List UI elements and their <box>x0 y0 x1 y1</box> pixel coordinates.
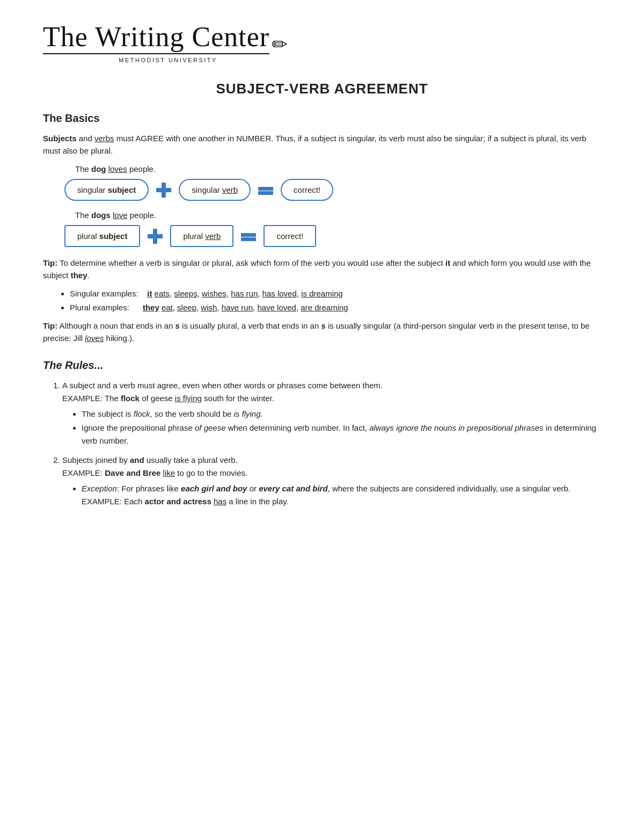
rule2-item: Subjects joined by and usually take a pl… <box>62 454 601 508</box>
diagram1-box3: correct! <box>281 179 333 201</box>
logo-subtitle: METHODIST UNIVERSITY <box>48 57 288 63</box>
example2-sentence: The dogs love people. <box>75 211 601 220</box>
logo-area: The Writing Center✏ METHODIST UNIVERSITY <box>43 21 601 64</box>
diagram1-box2: singular verb <box>179 179 251 201</box>
rule1-bullet1: The subject is flock, so the verb should… <box>82 408 601 420</box>
example1-sentence: The dog loves people. <box>75 164 601 173</box>
rules-heading: The Rules... <box>43 359 601 372</box>
diagram2-equals-icon <box>239 227 258 246</box>
diagram1-equals-icon <box>256 180 275 200</box>
diagram1-row: singular subject singular verb correct! <box>64 179 601 201</box>
rule1-item: A subject and a verb must agree, even wh… <box>62 379 601 447</box>
logo-text: The Writing Center <box>43 21 269 54</box>
rule1-bullets: The subject is flock, so the verb should… <box>82 408 601 447</box>
rule2-bullets: Exception: For phrases like each girl an… <box>82 482 601 508</box>
basics-heading: The Basics <box>43 112 601 125</box>
diagram1-plus-icon <box>154 180 173 200</box>
diagram2-box2: plural verb <box>170 225 233 247</box>
logo-pencil-icon: ✏ <box>272 33 288 56</box>
page-title: SUBJECT-VERB AGREEMENT <box>43 81 601 97</box>
basics-intro: Subjects and verbs must AGREE with one a… <box>43 132 601 157</box>
diagram2-plus-icon <box>145 227 165 246</box>
diagram2-box1: plural subject <box>64 225 140 247</box>
diagram2-row: plural subject plural verb correct! <box>64 225 601 247</box>
plural-example-item: Plural examples: they eat, sleep, wish, … <box>70 301 601 314</box>
diagram1-box1: singular subject <box>64 179 149 201</box>
rules-list: A subject and a verb must agree, even wh… <box>62 379 601 508</box>
rule2-bullet1: Exception: For phrases like each girl an… <box>82 482 601 508</box>
tip1-para: Tip: To determine whether a verb is sing… <box>43 257 601 282</box>
rule1-bullet2: Ignore the prepositional phrase of geese… <box>82 422 601 447</box>
diagram2-box3: correct! <box>264 225 316 247</box>
tip2-para: Tip: Although a noun that ends in an s i… <box>43 320 601 345</box>
examples-list: Singular examples: it eats, sleeps, wish… <box>70 287 601 314</box>
singular-example-item: Singular examples: it eats, sleeps, wish… <box>70 287 601 300</box>
